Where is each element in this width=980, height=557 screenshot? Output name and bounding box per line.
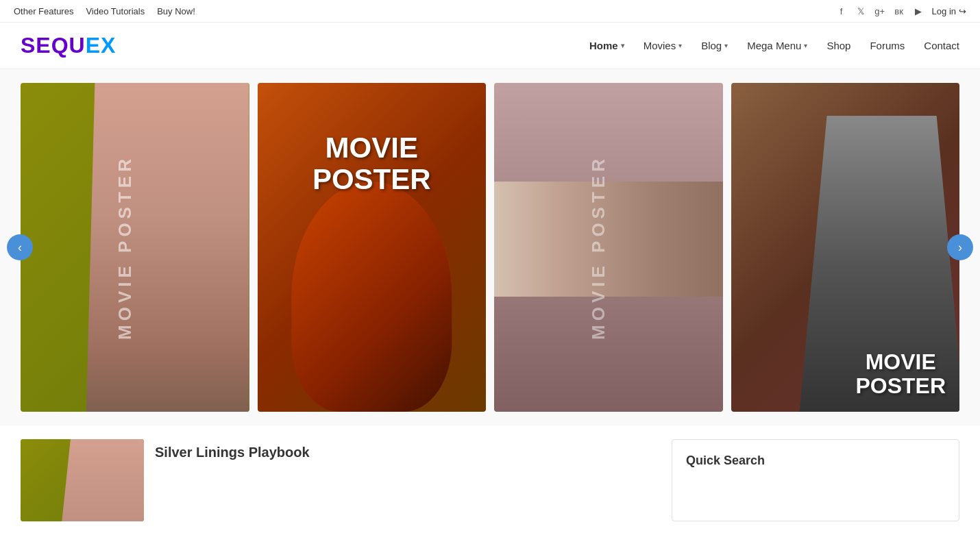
slider-section: ‹ MOVIE POSTER MOVIEPOSTER MO [0, 69, 980, 425]
nav-forums[interactable]: Forums [870, 40, 905, 51]
vimeo-icon[interactable]: ▶ [911, 4, 925, 18]
header: SEQUEX Home ▾ Movies ▾ Blog ▾ Mega Menu … [0, 23, 980, 69]
quick-search-panel: Quick Search [672, 439, 959, 521]
login-button[interactable]: Log in ↪ [932, 6, 966, 16]
nav-shop[interactable]: Shop [826, 40, 850, 51]
buy-now-link[interactable]: Buy Now! [157, 6, 195, 16]
quick-search-title: Quick Search [686, 454, 945, 468]
poster-card-2[interactable]: MOVIEPOSTER [258, 83, 487, 412]
chevron-down-icon: ▾ [724, 42, 728, 49]
logo-part2: EX [86, 33, 117, 58]
bottom-left: Silver Linings Playbook [21, 439, 658, 521]
twitter-icon[interactable]: 𝕏 [854, 4, 868, 18]
nav-movies[interactable]: Movies ▾ [644, 40, 683, 51]
logo[interactable]: SEQUEX [21, 33, 116, 58]
top-bar-links: Other Features Video Tutorials Buy Now! [14, 6, 195, 16]
bottom-section: Silver Linings Playbook Quick Search [0, 425, 980, 535]
nav-contact[interactable]: Contact [924, 40, 959, 51]
poster-2-text: MOVIEPOSTER [313, 132, 431, 195]
login-icon: ↪ [959, 6, 966, 16]
social-icons: f 𝕏 g+ вк ▶ [835, 4, 925, 18]
top-bar: Other Features Video Tutorials Buy Now! … [0, 0, 980, 23]
top-bar-right: f 𝕏 g+ вк ▶ Log in ↪ [835, 4, 966, 18]
slider-next-button[interactable]: › [947, 234, 973, 260]
chevron-down-icon: ▾ [804, 42, 807, 49]
logo-part1: SEQU [21, 33, 86, 58]
poster-1-text: MOVIE POSTER [114, 155, 136, 340]
poster-card-4[interactable]: MOVIEPOSTER [731, 83, 960, 412]
poster-4-text: MOVIEPOSTER [855, 350, 946, 398]
facebook-icon[interactable]: f [835, 4, 848, 18]
nav-mega-menu[interactable]: Mega Menu ▾ [747, 40, 807, 51]
video-tutorials-link[interactable]: Video Tutorials [86, 6, 145, 16]
chevron-down-icon: ▾ [678, 42, 682, 49]
nav-home[interactable]: Home ▾ [589, 40, 624, 51]
google-plus-icon[interactable]: g+ [873, 4, 887, 18]
slider-wrapper: MOVIE POSTER MOVIEPOSTER MOVIE POSTER [21, 83, 959, 412]
main-nav: Home ▾ Movies ▾ Blog ▾ Mega Menu ▾ Shop … [589, 40, 959, 51]
poster-card-1[interactable]: MOVIE POSTER [21, 83, 249, 412]
nav-blog[interactable]: Blog ▾ [701, 40, 728, 51]
chevron-down-icon: ▾ [621, 42, 624, 49]
movie-title: Silver Linings Playbook [155, 445, 310, 460]
slider-prev-button[interactable]: ‹ [7, 234, 33, 260]
poster-card-3[interactable]: MOVIE POSTER [494, 83, 723, 412]
bottom-thumbnail[interactable] [21, 439, 144, 521]
poster-3-text: MOVIE POSTER [588, 155, 609, 340]
bottom-info: Silver Linings Playbook [155, 439, 310, 460]
vk-icon[interactable]: вк [892, 4, 906, 18]
other-features-link[interactable]: Other Features [14, 6, 73, 16]
